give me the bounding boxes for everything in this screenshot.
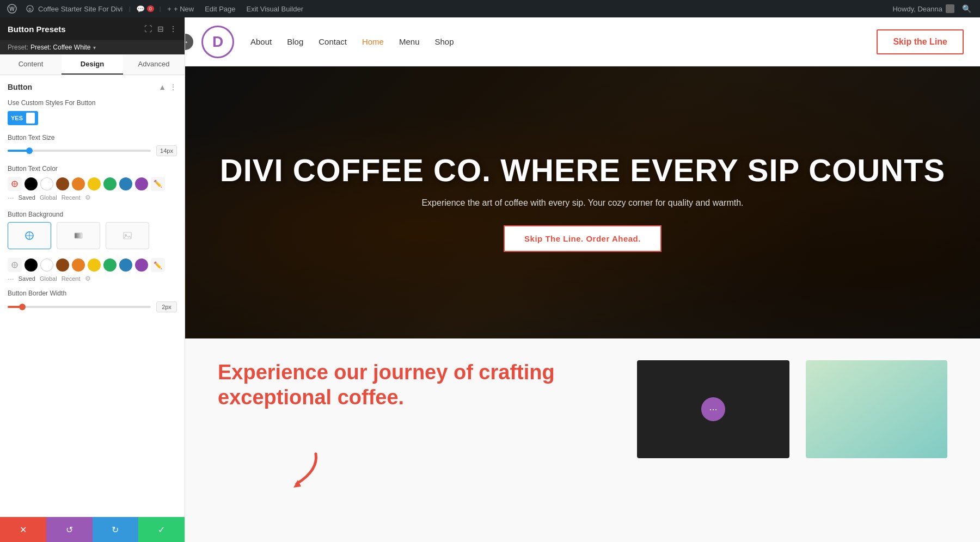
eyedropper-icon[interactable]: [8, 177, 22, 191]
border-swatch-white[interactable]: [40, 258, 53, 272]
below-hero-title: Experience our journey of crafting excep…: [218, 360, 621, 410]
bg-color-option[interactable]: [8, 222, 51, 249]
fullscreen-icon[interactable]: ⛶: [144, 24, 152, 33]
cancel-button[interactable]: ✕: [0, 517, 46, 542]
more-options-icon[interactable]: ⋮: [169, 24, 177, 33]
tab-advanced[interactable]: Advanced: [123, 54, 185, 75]
border-swatch-amber[interactable]: [72, 258, 85, 272]
color-swatch-green[interactable]: [103, 177, 117, 190]
preset-label: Preset:: [8, 44, 28, 51]
bg-gradient-option[interactable]: [57, 222, 100, 249]
below-hero-section: Experience our journey of crafting excep…: [185, 338, 980, 542]
border-width-label: Button Border Width: [8, 290, 177, 298]
reset-button[interactable]: ↺: [46, 517, 93, 542]
toggle-knob: [26, 113, 35, 124]
text-size-value[interactable]: 14px: [156, 145, 177, 156]
text-color-swatches: ✏️: [8, 177, 177, 191]
section-more-icon[interactable]: ⋮: [169, 83, 177, 91]
custom-styles-toggle[interactable]: YES: [8, 111, 38, 125]
hero-subtitle: Experience the art of coffee with every …: [421, 198, 743, 208]
border-swatch-blue[interactable]: [119, 258, 132, 272]
admin-search-icon[interactable]: 🔍: [958, 4, 976, 13]
site-navbar: ↔ D About Blog Contact Home Menu Shop Sk…: [185, 17, 980, 66]
pencil-icon[interactable]: ✏️: [151, 177, 165, 191]
sidebar-panel: Button Presets ⛶ ⊟ ⋮ Preset: Preset: Cof…: [0, 17, 185, 542]
main-layout: Button Presets ⛶ ⊟ ⋮ Preset: Preset: Cof…: [0, 17, 980, 542]
border-recent-label: Recent: [62, 275, 81, 282]
sidebar-tabs: Content Design Advanced: [0, 54, 185, 75]
border-width-field: Button Border Width 2px: [8, 290, 177, 312]
panels-icon[interactable]: ⊟: [157, 24, 164, 33]
border-pencil-icon[interactable]: ✏️: [151, 258, 165, 272]
nav-menu[interactable]: Menu: [399, 37, 420, 46]
color-swatch-black[interactable]: [24, 177, 38, 190]
text-size-label: Button Text Size: [8, 134, 177, 143]
border-width-value[interactable]: 2px: [156, 301, 177, 312]
border-swatch-purple[interactable]: [135, 258, 148, 272]
color-recent-label: Recent: [62, 194, 81, 201]
tab-content[interactable]: Content: [0, 54, 62, 75]
color-swatch-yellow[interactable]: [88, 177, 101, 190]
below-hero-text: Experience our journey of crafting excep…: [218, 360, 621, 410]
hero-section: DIVI COFFEE CO. WHERE EVERY SIP COUNTS E…: [185, 66, 980, 338]
color-swatch-white[interactable]: [40, 177, 53, 190]
color-swatch-purple[interactable]: [135, 177, 148, 190]
custom-styles-label: Use Custom Styles For Button: [8, 99, 177, 108]
site-logo: D: [201, 26, 234, 58]
tab-design[interactable]: Design: [62, 54, 123, 75]
color-swatch-brown[interactable]: [56, 177, 69, 190]
bg-options: [8, 222, 177, 249]
preset-chevron-icon[interactable]: ▾: [93, 45, 96, 51]
border-slider-thumb[interactable]: [19, 304, 26, 310]
play-button[interactable]: ···: [701, 397, 725, 421]
image-card: [806, 360, 947, 458]
redo-button[interactable]: ↻: [93, 517, 139, 542]
dots-icon[interactable]: ···: [8, 193, 14, 202]
color-global-label: Global: [40, 194, 57, 201]
user-avatar: [946, 4, 954, 13]
border-dots-icon[interactable]: ···: [8, 274, 14, 283]
wp-site-name[interactable]: D Coffee Starter Site For Divi: [22, 5, 127, 13]
toggle-yes-label: YES: [11, 115, 23, 121]
slider-thumb[interactable]: [26, 147, 33, 154]
color-settings-icon[interactable]: ⚙: [85, 194, 91, 201]
border-swatch-brown[interactable]: [56, 258, 69, 272]
comment-count: 0: [147, 5, 154, 12]
skip-line-nav-button[interactable]: Skip the Line: [877, 29, 964, 54]
nav-shop[interactable]: Shop: [434, 37, 454, 46]
border-swatch-yellow[interactable]: [88, 258, 101, 272]
border-width-slider[interactable]: [8, 306, 151, 308]
section-edit-handle[interactable]: ↔: [185, 34, 193, 50]
sidebar-header: Button Presets ⛶ ⊟ ⋮: [0, 17, 185, 40]
button-section-title: Button: [8, 83, 32, 91]
nav-about[interactable]: About: [250, 37, 272, 46]
collapse-icon[interactable]: ▲: [158, 83, 166, 91]
exit-builder-link[interactable]: Exit Visual Builder: [242, 5, 308, 13]
nav-home[interactable]: Home: [362, 37, 384, 46]
color-swatch-blue[interactable]: [119, 177, 132, 190]
preset-bar: Preset: Preset: Coffee White ▾: [0, 40, 185, 54]
hero-cta-button[interactable]: Skip The Line. Order Ahead.: [504, 225, 661, 252]
color-swatch-amber[interactable]: [72, 177, 85, 190]
wp-logo-icon[interactable]: W: [4, 1, 20, 16]
site-navigation: About Blog Contact Home Menu Shop: [250, 37, 454, 46]
save-button[interactable]: ✓: [138, 517, 185, 542]
color-meta-row: ··· Saved Global Recent ⚙: [8, 193, 177, 202]
bg-image-option[interactable]: [106, 222, 149, 249]
text-size-slider[interactable]: [8, 150, 151, 152]
edit-page-link[interactable]: Edit Page: [200, 5, 240, 13]
border-swatch-black[interactable]: [24, 258, 38, 272]
border-color-meta: ··· Saved Global Recent ⚙: [8, 274, 177, 283]
border-color-swatches: ✏️: [8, 258, 177, 272]
new-menu[interactable]: + + New: [163, 5, 198, 13]
nav-contact[interactable]: Contact: [318, 37, 347, 46]
border-settings-icon[interactable]: ⚙: [85, 275, 91, 282]
border-eyedropper-icon[interactable]: [8, 258, 22, 272]
comments-icon[interactable]: 💬 0: [133, 5, 157, 13]
custom-styles-field: Use Custom Styles For Button YES: [8, 99, 177, 125]
user-howdy: Howdy, Deanna 🔍: [892, 4, 976, 13]
custom-styles-toggle-wrapper: YES: [8, 111, 177, 125]
hero-title: DIVI COFFEE CO. WHERE EVERY SIP COUNTS: [220, 153, 945, 188]
border-swatch-green[interactable]: [103, 258, 117, 272]
nav-blog[interactable]: Blog: [287, 37, 303, 46]
